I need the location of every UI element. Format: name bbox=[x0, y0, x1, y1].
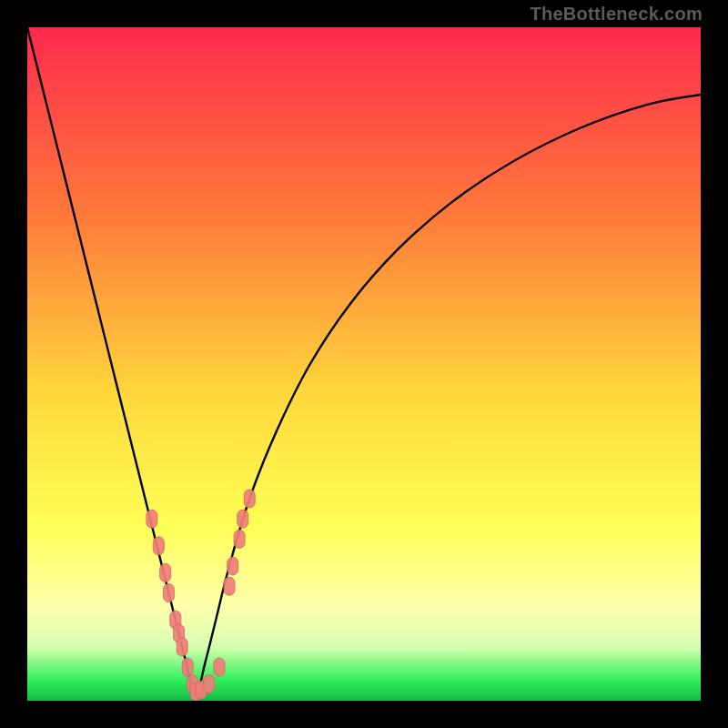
highlighted-points bbox=[147, 490, 255, 701]
marker bbox=[177, 638, 187, 656]
bottleneck-curve bbox=[27, 27, 701, 694]
marker bbox=[160, 563, 171, 581]
marker bbox=[228, 557, 238, 575]
marker bbox=[163, 584, 174, 602]
marker bbox=[147, 510, 157, 528]
curve-layer bbox=[27, 27, 701, 701]
marker bbox=[238, 510, 248, 528]
marker bbox=[182, 658, 193, 676]
marker bbox=[153, 537, 164, 555]
watermark-text: TheBottleneck.com bbox=[530, 4, 703, 25]
marker bbox=[204, 675, 215, 693]
marker bbox=[224, 577, 235, 595]
marker bbox=[244, 490, 255, 508]
plot-area bbox=[27, 27, 701, 701]
marker bbox=[234, 530, 245, 548]
chart-stage: TheBottleneck.com bbox=[0, 0, 728, 728]
marker bbox=[214, 658, 225, 676]
